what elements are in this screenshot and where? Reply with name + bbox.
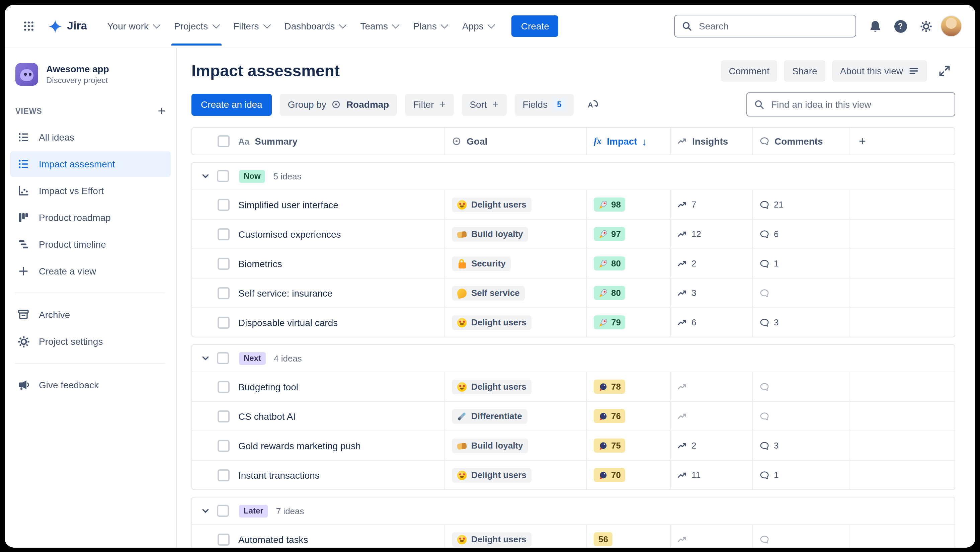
comments-cell[interactable] bbox=[760, 535, 769, 544]
nav-your-work[interactable]: Your work bbox=[101, 17, 166, 35]
rank-toggle-button[interactable]: A bbox=[582, 94, 603, 115]
goal-chip[interactable]: Delight users bbox=[452, 532, 532, 547]
sidebar-item-project-settings[interactable]: Project settings bbox=[10, 329, 171, 354]
column-header-insights[interactable]: Insights bbox=[671, 128, 753, 155]
idea-summary[interactable]: CS chatbot AI bbox=[238, 402, 445, 431]
insights-cell[interactable]: 2 bbox=[678, 258, 696, 269]
nav-teams[interactable]: Teams bbox=[353, 17, 405, 35]
group-by-button[interactable]: Group by Roadmap bbox=[280, 93, 397, 116]
insights-cell[interactable]: 3 bbox=[678, 288, 696, 298]
impact-score-badge[interactable]: 75 bbox=[594, 439, 625, 453]
row-checkbox[interactable] bbox=[218, 533, 230, 545]
nav-projects[interactable]: Projects bbox=[167, 17, 225, 35]
impact-score-badge[interactable]: 98 bbox=[594, 197, 625, 212]
insights-cell[interactable]: 2 bbox=[678, 441, 696, 450]
idea-summary[interactable]: Biometrics bbox=[238, 249, 445, 278]
group-checkbox[interactable] bbox=[217, 352, 229, 364]
find-idea-search[interactable] bbox=[746, 92, 955, 116]
comments-cell[interactable]: 1 bbox=[760, 470, 778, 480]
row-checkbox[interactable] bbox=[218, 228, 230, 240]
global-search[interactable] bbox=[674, 15, 856, 38]
goal-chip[interactable]: Delight users bbox=[452, 379, 532, 394]
goal-chip[interactable]: Self service bbox=[452, 286, 525, 300]
sort-button[interactable]: Sort + bbox=[461, 93, 506, 116]
impact-score-badge[interactable]: 70 bbox=[594, 468, 625, 482]
idea-summary[interactable]: Disposable virtual cards bbox=[238, 308, 445, 337]
create-button[interactable]: Create bbox=[512, 15, 558, 37]
column-header-goal[interactable]: Goal bbox=[445, 128, 587, 155]
table-row[interactable]: Instant transactions Delight users 70 11… bbox=[192, 460, 955, 489]
table-row[interactable]: Automated tasks Delight users 56 bbox=[192, 524, 955, 547]
filter-button[interactable]: Filter + bbox=[405, 93, 453, 116]
add-view-button[interactable]: + bbox=[158, 105, 165, 117]
insights-cell[interactable]: 6 bbox=[678, 317, 696, 328]
table-row[interactable]: CS chatbot AI Differentiate 76 bbox=[192, 401, 955, 431]
group-checkbox[interactable] bbox=[217, 505, 229, 517]
collapse-chevron-icon[interactable] bbox=[200, 506, 211, 516]
sidebar-item-give-feedback[interactable]: Give feedback bbox=[10, 372, 171, 398]
idea-summary[interactable]: Budgeting tool bbox=[238, 372, 445, 401]
table-row[interactable]: Self service: insurance Self service 80 … bbox=[192, 278, 955, 307]
idea-summary[interactable]: Simplified user interface bbox=[238, 190, 445, 219]
jira-logo[interactable]: Jira bbox=[48, 18, 88, 34]
insights-cell[interactable] bbox=[678, 382, 687, 391]
idea-summary[interactable]: Gold rewards marketing push bbox=[238, 431, 445, 460]
goal-chip[interactable]: Build loyalty bbox=[452, 438, 528, 453]
comments-cell[interactable]: 21 bbox=[760, 199, 784, 210]
goal-chip[interactable]: Delight users bbox=[452, 468, 532, 482]
column-header-summary[interactable]: AaSummary bbox=[238, 128, 445, 155]
table-row[interactable]: Gold rewards marketing push Build loyalt… bbox=[192, 431, 955, 460]
fields-button[interactable]: Fields 5 bbox=[514, 93, 573, 116]
sidebar-item-product-roadmap[interactable]: Product roadmap bbox=[10, 205, 171, 230]
goal-chip[interactable]: Delight users bbox=[452, 197, 532, 212]
row-checkbox[interactable] bbox=[218, 439, 230, 452]
table-row[interactable]: Budgeting tool Delight users 78 bbox=[192, 372, 955, 401]
impact-score-badge[interactable]: 56 bbox=[594, 532, 613, 546]
project-header[interactable]: Awesome app Discovery project bbox=[5, 63, 176, 86]
goal-chip[interactable]: Delight users bbox=[452, 315, 532, 330]
nav-dashboards[interactable]: Dashboards bbox=[277, 17, 352, 35]
comments-cell[interactable] bbox=[760, 382, 769, 391]
row-checkbox[interactable] bbox=[218, 380, 230, 393]
goal-chip[interactable]: Build loyalty bbox=[452, 227, 528, 241]
idea-summary[interactable]: Automated tasks bbox=[238, 525, 445, 547]
comments-cell[interactable] bbox=[760, 411, 769, 421]
sidebar-item-product-timeline[interactable]: Product timeline bbox=[10, 232, 171, 257]
goal-chip[interactable]: Security bbox=[452, 256, 511, 271]
select-all-checkbox[interactable] bbox=[218, 135, 230, 147]
nav-apps[interactable]: Apps bbox=[455, 17, 501, 35]
fullscreen-button[interactable] bbox=[934, 60, 955, 82]
insights-cell[interactable]: 7 bbox=[678, 199, 696, 210]
row-checkbox[interactable] bbox=[218, 317, 230, 328]
create-an-idea-button[interactable]: Create an idea bbox=[191, 93, 272, 116]
collapse-chevron-icon[interactable] bbox=[200, 353, 211, 364]
table-row[interactable]: Simplified user interface Delight users … bbox=[192, 189, 955, 219]
idea-summary[interactable]: Instant transactions bbox=[238, 461, 445, 489]
comments-cell[interactable] bbox=[760, 288, 769, 297]
column-header-comments[interactable]: Comments bbox=[753, 128, 850, 155]
group-checkbox[interactable] bbox=[217, 170, 229, 182]
row-checkbox[interactable] bbox=[218, 287, 230, 299]
sidebar-item-all-ideas[interactable]: All ideas bbox=[10, 124, 171, 150]
row-checkbox[interactable] bbox=[218, 469, 230, 481]
notifications-button[interactable] bbox=[864, 15, 886, 37]
insights-cell[interactable] bbox=[678, 535, 687, 544]
sidebar-item-impact-vs-effort[interactable]: Impact vs Effort bbox=[10, 178, 171, 204]
sidebar-item-archive[interactable]: Archive bbox=[10, 302, 171, 328]
table-row[interactable]: Disposable virtual cards Delight users 7… bbox=[192, 307, 955, 337]
row-checkbox[interactable] bbox=[218, 410, 230, 422]
impact-score-badge[interactable]: 76 bbox=[594, 409, 625, 423]
comments-cell[interactable]: 3 bbox=[760, 441, 778, 450]
share-button[interactable]: Share bbox=[784, 60, 826, 82]
impact-score-badge[interactable]: 79 bbox=[594, 315, 625, 329]
idea-summary[interactable]: Self service: insurance bbox=[238, 278, 445, 307]
comment-button[interactable]: Comment bbox=[721, 60, 778, 82]
find-idea-input[interactable] bbox=[770, 99, 948, 110]
impact-score-badge[interactable]: 80 bbox=[594, 256, 625, 270]
sidebar-item-create-a-view[interactable]: Create a view bbox=[10, 258, 171, 284]
comments-cell[interactable]: 3 bbox=[760, 317, 778, 328]
collapse-chevron-icon[interactable] bbox=[200, 171, 211, 181]
row-checkbox[interactable] bbox=[218, 258, 230, 269]
sidebar-item-impact-assesment[interactable]: Impact assesment bbox=[10, 151, 171, 177]
impact-score-badge[interactable]: 78 bbox=[594, 380, 625, 394]
